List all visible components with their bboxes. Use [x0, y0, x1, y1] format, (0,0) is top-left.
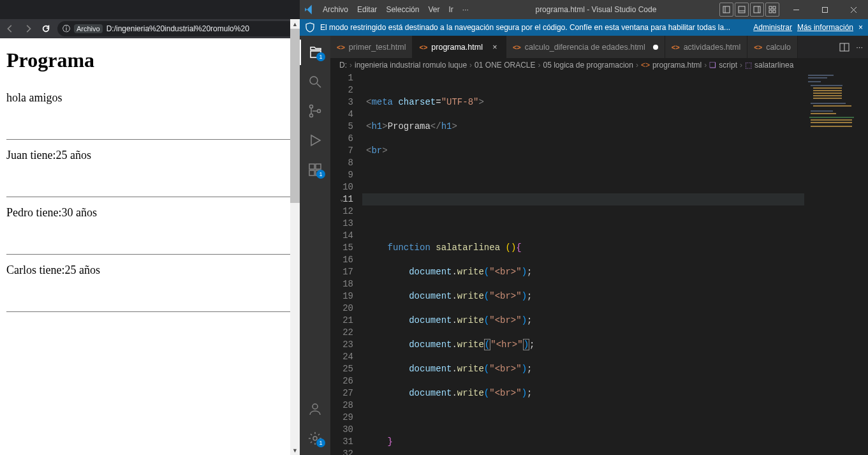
- html-file-icon: <>: [754, 43, 762, 51]
- breadcrumbs[interactable]: D:› ingenieria industrial romulo luque› …: [330, 58, 868, 72]
- breadcrumb-item[interactable]: D:: [339, 61, 347, 70]
- code-editor[interactable]: 1234567891011121314151617181920212223242…: [330, 72, 868, 455]
- fold-icon[interactable]: ⌄: [340, 193, 344, 205]
- customize-layout-icon[interactable]: [765, 3, 779, 17]
- toggle-panel-left-icon[interactable]: [719, 3, 733, 17]
- browser-toolbar: ⓘ Archivo D:/ingenieria%20industrial%20r…: [0, 19, 300, 38]
- menu-go[interactable]: Ir: [445, 3, 457, 17]
- dirty-indicator-icon: [653, 45, 658, 50]
- accounts-icon[interactable]: [300, 396, 330, 422]
- tab-calculo[interactable]: <>calculo: [747, 36, 798, 58]
- breadcrumb-item[interactable]: script: [719, 61, 737, 70]
- address-scheme: Archivo: [74, 24, 103, 33]
- toggle-panel-right-icon[interactable]: [750, 3, 764, 17]
- html-file-icon: <>: [672, 43, 680, 51]
- tab-label: primer_test.html: [349, 43, 406, 52]
- layout-controls: [719, 3, 782, 17]
- svg-rect-4: [754, 6, 760, 13]
- window-title: programa.html - Visual Studio Code: [473, 5, 719, 14]
- svg-rect-0: [723, 6, 730, 13]
- split-editor-icon[interactable]: [839, 42, 850, 52]
- settings-icon[interactable]: 1: [300, 426, 330, 451]
- settings-badge: 1: [316, 438, 325, 447]
- breadcrumb-item[interactable]: programa.html: [652, 61, 702, 70]
- vscode-window: Archivo Editar Selección Ver Ir ··· prog…: [300, 0, 868, 455]
- explorer-icon[interactable]: 1: [300, 40, 330, 65]
- page-line: hola amigos: [6, 91, 293, 105]
- run-debug-icon[interactable]: [300, 128, 330, 153]
- minimap[interactable]: [804, 72, 868, 455]
- source-control-icon[interactable]: [300, 98, 330, 124]
- page-line: Juan tiene:25 años: [6, 149, 293, 162]
- more-actions-icon[interactable]: ···: [856, 42, 863, 52]
- manage-link[interactable]: Administrar: [753, 23, 792, 32]
- svg-point-17: [310, 114, 313, 117]
- scroll-thumb[interactable]: [290, 29, 300, 203]
- extensions-badge: 1: [316, 170, 325, 179]
- site-info-icon[interactable]: ⓘ: [63, 24, 70, 34]
- breadcrumb-item[interactable]: 01 ONE ORACLE: [474, 61, 535, 70]
- menu-edit[interactable]: Editar: [353, 3, 381, 17]
- minimize-button[interactable]: [782, 0, 811, 19]
- html-file-icon: <>: [419, 43, 427, 51]
- close-button[interactable]: [839, 0, 868, 19]
- browser-scrollbar[interactable]: ▲ ▼: [290, 19, 300, 455]
- page-line: Pedro tiene:30 años: [6, 206, 293, 220]
- symbol-icon: ❏: [709, 61, 716, 70]
- symbol-icon: ⬚: [745, 61, 752, 70]
- tab-label: actividades.html: [684, 43, 741, 52]
- svg-rect-20: [316, 164, 321, 169]
- menu-more[interactable]: ···: [459, 3, 473, 17]
- banner-close-icon[interactable]: ×: [858, 23, 863, 32]
- window-controls: [782, 0, 868, 19]
- toggle-panel-bottom-icon[interactable]: [735, 3, 749, 17]
- tab-label: programa.html: [431, 43, 483, 52]
- svg-rect-19: [309, 164, 314, 169]
- breadcrumb-item[interactable]: salatarlinea: [754, 61, 793, 70]
- tab-close-icon[interactable]: ×: [490, 43, 499, 52]
- reload-button[interactable]: [40, 22, 52, 35]
- tab-programa[interactable]: <>programa.html×: [413, 36, 506, 58]
- restricted-mode-banner: El modo restringido está destinado a la …: [300, 19, 868, 36]
- editor-tabs: <>primer_test.html <>programa.html× <>ca…: [330, 36, 868, 58]
- maximize-button[interactable]: [811, 0, 839, 19]
- shield-icon: [305, 22, 315, 33]
- svg-rect-8: [769, 10, 772, 13]
- title-bar[interactable]: Archivo Editar Selección Ver Ir ··· prog…: [300, 0, 868, 19]
- banner-text: El modo restringido está destinado a la …: [320, 23, 748, 32]
- svg-rect-2: [739, 6, 745, 13]
- page-line: Carlos tiene:25 años: [6, 264, 293, 277]
- menu-selection[interactable]: Selección: [382, 3, 423, 17]
- explorer-badge: 1: [316, 52, 325, 61]
- search-icon[interactable]: [300, 69, 330, 94]
- svg-rect-11: [823, 7, 828, 12]
- forward-button[interactable]: [22, 22, 34, 35]
- svg-rect-6: [769, 6, 772, 9]
- menu-view[interactable]: Ver: [424, 3, 443, 17]
- menu-file[interactable]: Archivo: [319, 3, 352, 17]
- browser-window: ⓘ Archivo D:/ingenieria%20industrial%20r…: [0, 0, 300, 455]
- page-h1: Programa: [6, 48, 293, 72]
- breadcrumb-item[interactable]: 05 logica de programacion: [543, 61, 633, 70]
- svg-point-23: [313, 404, 318, 409]
- svg-rect-7: [773, 6, 776, 9]
- svg-point-16: [310, 105, 313, 108]
- code-area[interactable]: <meta charset="UTF-8"> <h1>Programa</h1>…: [362, 72, 804, 455]
- svg-point-14: [310, 77, 318, 84]
- svg-rect-9: [773, 10, 776, 13]
- scroll-up-arrow[interactable]: ▲: [292, 19, 298, 29]
- vscode-logo-icon: [300, 4, 319, 15]
- back-button[interactable]: [4, 22, 17, 35]
- html-file-icon: <>: [513, 43, 521, 51]
- address-text: D:/ingenieria%20industrial%20romulo%20: [107, 24, 249, 33]
- tab-primer-test[interactable]: <>primer_test.html: [330, 36, 413, 58]
- address-bar[interactable]: ⓘ Archivo D:/ingenieria%20industrial%20r…: [57, 21, 296, 36]
- extensions-icon[interactable]: 1: [300, 157, 330, 183]
- tab-actividades[interactable]: <>actividades.html: [665, 36, 747, 58]
- browser-tab-strip[interactable]: [0, 0, 300, 19]
- breadcrumb-item[interactable]: ingenieria industrial romulo luque: [355, 61, 467, 70]
- scroll-down-arrow[interactable]: ▼: [292, 445, 298, 455]
- tab-calculo-dif[interactable]: <>calculo_diferencia de edades.html: [506, 36, 665, 58]
- more-info-link[interactable]: Más información: [797, 23, 853, 32]
- svg-point-18: [318, 110, 321, 113]
